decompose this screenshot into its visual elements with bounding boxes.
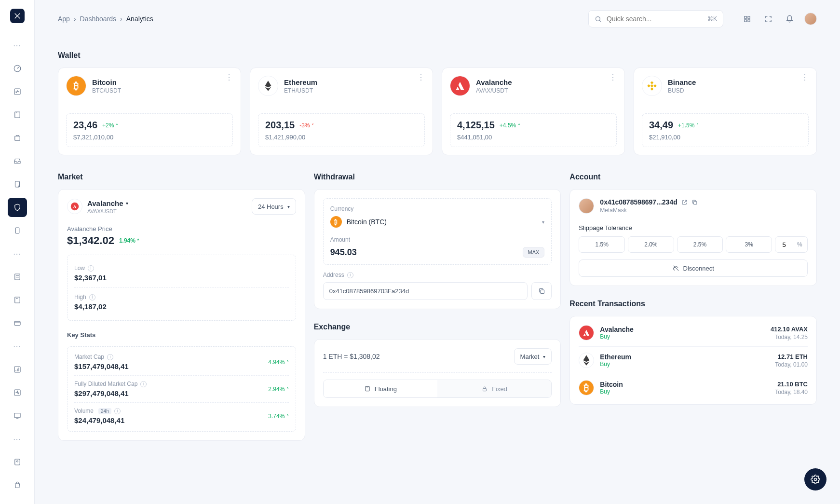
transaction-row[interactable]: Avalanche Buy 412.10 AVAX Today, 14.25: [579, 319, 808, 346]
nav-bag-icon[interactable]: [8, 476, 27, 495]
grid-icon[interactable]: [741, 13, 753, 25]
avalanche-icon: [450, 76, 470, 96]
wallet-card-binance[interactable]: Binance BUSD ⋮ 34,49 +1.5% ˄ $21,910,00: [634, 68, 817, 155]
copy-icon[interactable]: [691, 199, 698, 205]
fullscreen-icon[interactable]: [762, 13, 774, 25]
market-coin-pair: AVAX/USDT: [87, 208, 247, 214]
slippage-option[interactable]: 2.5%: [677, 236, 723, 253]
exchange-rate: 1 ETH = $1,308,02: [323, 353, 380, 360]
breadcrumb-app[interactable]: App: [58, 15, 70, 23]
nav-chart-icon[interactable]: [8, 360, 27, 379]
nav-card-icon[interactable]: [8, 313, 27, 333]
settings-fab[interactable]: [804, 468, 826, 490]
slippage-option[interactable]: 3%: [726, 236, 772, 253]
market-type-dropdown[interactable]: Market ▾: [514, 348, 552, 365]
external-link-icon[interactable]: [681, 199, 688, 205]
nav-screen-icon[interactable]: [8, 406, 27, 425]
address-input[interactable]: 0x41c087859869703Fa234d: [323, 282, 528, 300]
nav-shield-icon[interactable]: [8, 198, 27, 217]
svg-rect-5: [15, 228, 19, 233]
chevron-down-icon[interactable]: ▾: [126, 201, 128, 206]
user-avatar[interactable]: [804, 13, 817, 25]
nav-activity-icon[interactable]: [8, 82, 27, 101]
transaction-row[interactable]: Ethereum Buy 12.71 ETH Today, 01.00: [579, 346, 808, 374]
slippage-option[interactable]: 1.5%: [579, 236, 625, 253]
floating-toggle[interactable]: Floating: [324, 380, 437, 397]
wallet-card-avalanche[interactable]: Avalanche AVAX/USDT ⋮ 4,125,15 +4.5% ˄ $…: [442, 68, 625, 155]
nav-pulse-icon[interactable]: [8, 383, 27, 402]
nav-more-4[interactable]: ⋯: [8, 429, 27, 449]
chevron-right-icon: ›: [74, 15, 76, 23]
avalanche-icon: [579, 325, 594, 341]
search-input[interactable]: [607, 15, 703, 23]
info-icon[interactable]: i: [114, 408, 121, 414]
info-icon[interactable]: i: [107, 354, 113, 360]
slip-input-field[interactable]: [775, 241, 793, 248]
keystat-value: $297,479,048,41: [74, 389, 147, 397]
wallet-card-bitcoin[interactable]: ₿ Bitcoin BTC/USDT ⋮ 23,46 +2% ˄ $7,321,…: [58, 68, 241, 155]
bell-icon[interactable]: [783, 13, 796, 25]
coin-name: Bitcoin: [92, 78, 121, 86]
breadcrumb-dashboards[interactable]: Dashboards: [80, 15, 117, 23]
card-menu-icon[interactable]: ⋮: [417, 77, 425, 79]
exchange-title: Exchange: [314, 323, 561, 331]
high-value: $4,187,02: [74, 302, 289, 311]
copy-button[interactable]: [531, 282, 552, 300]
nav-more-mid[interactable]: ⋯: [8, 244, 27, 263]
nav-doc1-icon[interactable]: [8, 267, 27, 286]
app-logo[interactable]: [10, 9, 25, 23]
search-box[interactable]: ⌘K: [588, 10, 723, 27]
nav-inbox-icon[interactable]: [8, 151, 27, 171]
nav-tablet-icon[interactable]: [8, 175, 27, 194]
account-panel: 0x41c0878598697...234d MetaMask Slippage…: [569, 189, 817, 286]
breadcrumb-analytics[interactable]: Analytics: [126, 15, 153, 23]
price-label: Avalanche Price: [67, 225, 296, 232]
keystat-value: $24,479,048,41: [74, 416, 124, 424]
account-avatar: [579, 198, 594, 214]
amount-value[interactable]: 945.03: [330, 247, 519, 258]
nav-doc2-icon[interactable]: [8, 290, 27, 310]
currency-label: Currency: [330, 205, 545, 212]
card-menu-icon[interactable]: ⋮: [225, 77, 233, 79]
nav-device-icon[interactable]: [8, 221, 27, 240]
info-icon[interactable]: i: [347, 272, 353, 278]
disconnect-button[interactable]: Disconnect: [579, 259, 808, 277]
nav-user-icon[interactable]: [8, 452, 27, 472]
disconnect-label: Disconnect: [683, 265, 714, 272]
nav-book-icon[interactable]: [8, 105, 27, 124]
info-icon[interactable]: i: [89, 294, 95, 300]
currency-select[interactable]: ₿ Bitcoin (BTC) ▾: [330, 216, 545, 228]
search-kbd: ⌘K: [707, 15, 717, 22]
price-delta: 1.94%: [119, 237, 135, 244]
svg-rect-1: [14, 89, 20, 95]
coin-name: Binance: [668, 78, 696, 86]
lock-icon: [481, 385, 488, 392]
card-menu-icon[interactable]: ⋮: [801, 77, 809, 79]
keystats-title: Key Stats: [67, 331, 296, 339]
nav-gauge-icon[interactable]: [8, 59, 27, 78]
slippage-option[interactable]: 2.0%: [628, 236, 674, 253]
svg-rect-18: [747, 19, 749, 21]
wallet-name: MetaMask: [600, 207, 808, 214]
nav-more-3[interactable]: ⋯: [8, 337, 27, 356]
tx-time: Today, 18.40: [775, 389, 808, 395]
nav-more-top[interactable]: ⋯: [8, 36, 27, 55]
coin-delta: +1.5% ˄: [678, 122, 699, 129]
nav-box-icon[interactable]: [8, 128, 27, 148]
wallet-card-ethereum[interactable]: Ethereum ETH/USDT ⋮ 203,15 -3% ˅ $1,421,…: [250, 68, 433, 155]
svg-rect-3: [14, 136, 20, 140]
max-button[interactable]: MAX: [523, 247, 545, 258]
avalanche-icon: [67, 199, 82, 214]
info-icon[interactable]: i: [140, 381, 147, 387]
card-menu-icon[interactable]: ⋮: [609, 77, 617, 79]
range-dropdown[interactable]: 24 Hours ▾: [252, 198, 296, 215]
coin-amount: 23,46: [73, 120, 97, 131]
info-icon[interactable]: i: [88, 265, 94, 272]
fixed-toggle[interactable]: Fixed: [437, 380, 551, 397]
coin-amount: 34,49: [649, 120, 673, 131]
note-icon: [364, 385, 371, 392]
keystat-delta: 4.94% ˄: [268, 359, 288, 366]
account-address: 0x41c0878598697...234d: [600, 198, 677, 206]
transaction-row[interactable]: ₿ Bitcoin Buy 21.10 BTC Today, 18.40: [579, 374, 808, 401]
slippage-custom-input[interactable]: %: [775, 236, 808, 253]
